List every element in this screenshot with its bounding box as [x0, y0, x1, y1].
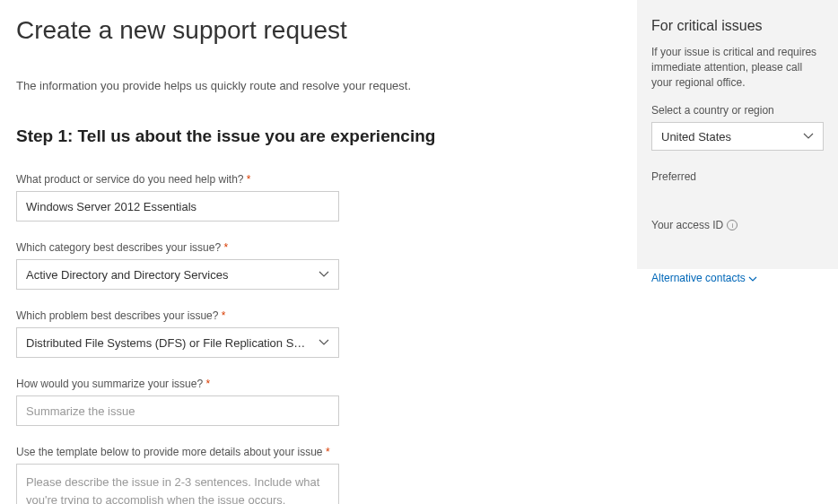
- product-label: What product or service do you need help…: [16, 173, 619, 186]
- problem-label: Which problem best describes your issue?…: [16, 309, 619, 322]
- details-textarea[interactable]: Please describe the issue in 2-3 sentenc…: [16, 464, 339, 504]
- required-marker: *: [247, 173, 251, 186]
- summary-field: How would you summarize your issue? *: [16, 378, 619, 426]
- access-id-label: Your access ID i: [651, 219, 824, 231]
- critical-issues-sidebar: For critical issues If your issue is cri…: [637, 0, 838, 269]
- category-select[interactable]: Active Directory and Directory Services: [16, 259, 339, 290]
- required-marker: *: [222, 309, 226, 322]
- sidebar-body: If your issue is critical and requires i…: [651, 45, 824, 90]
- summary-label: How would you summarize your issue? *: [16, 378, 619, 390]
- problem-field: Which problem best describes your issue?…: [16, 309, 619, 358]
- required-marker: *: [223, 241, 228, 254]
- details-label: Use the template below to provide more d…: [16, 446, 619, 458]
- region-label: Select a country or region: [651, 104, 824, 117]
- step-1-heading: Step 1: Tell us about the issue you are …: [16, 126, 619, 146]
- region-select[interactable]: United States: [651, 122, 824, 151]
- required-marker: *: [205, 378, 210, 390]
- summary-input[interactable]: [16, 395, 339, 426]
- chevron-down-icon: [748, 274, 757, 283]
- product-field: What product or service do you need help…: [16, 173, 619, 222]
- sidebar-title: For critical issues: [651, 18, 824, 34]
- intro-text: The information you provide helps us qui…: [16, 79, 619, 92]
- alternative-contacts-link[interactable]: Alternative contacts: [651, 272, 757, 284]
- info-icon[interactable]: i: [727, 220, 738, 230]
- category-label: Which category best describes your issue…: [16, 241, 619, 254]
- required-marker: *: [326, 446, 330, 458]
- details-field: Use the template below to provide more d…: [16, 446, 619, 504]
- preferred-label: Preferred: [651, 170, 824, 183]
- problem-select[interactable]: Distributed File Systems (DFS) or File R…: [16, 327, 339, 358]
- product-select[interactable]: Windows Server 2012 Essentials: [16, 191, 339, 222]
- category-field: Which category best describes your issue…: [16, 241, 619, 290]
- page-title: Create a new support request: [16, 16, 619, 45]
- main-form-area: Create a new support request The informa…: [0, 0, 637, 504]
